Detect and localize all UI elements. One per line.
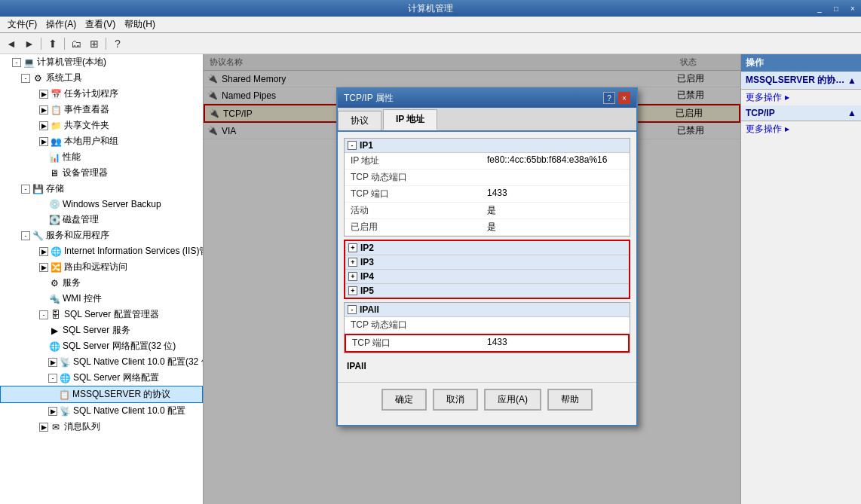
sidebar-item-services[interactable]: ⚙ 服务: [0, 275, 203, 291]
sidebar-item-event-viewer[interactable]: ▶ 📋 事件查看器: [0, 102, 203, 118]
task-scheduler-icon: 📅: [50, 88, 62, 100]
performance-icon: 📊: [48, 151, 60, 163]
ip1-dynamic-port-row: TCP 动态端口: [345, 170, 630, 186]
sidebar-item-root[interactable]: - 💻 计算机管理(本地): [0, 54, 203, 70]
ip3-expand-btn[interactable]: +: [348, 258, 357, 267]
sidebar-item-sql-config[interactable]: - 🗄 SQL Server 配置管理器: [0, 307, 203, 322]
ip-port-label: TCP 端口: [351, 188, 487, 200]
forward-button[interactable]: ►: [21, 35, 38, 52]
sidebar-item-shared-folders[interactable]: ▶ 📁 共享文件夹: [0, 118, 203, 133]
ip1-port-row: TCP 端口 1433: [345, 186, 630, 203]
sidebar-item-storage[interactable]: - 💾 存储: [0, 181, 203, 197]
back-button[interactable]: ◄: [3, 35, 20, 52]
sidebar-item-sql-native[interactable]: ▶ 📡 SQL Native Client 10.0 配置: [0, 403, 203, 419]
sidebar-item-windows-backup[interactable]: 💿 Windows Server Backup: [0, 197, 203, 212]
sidebar-item-sql-services[interactable]: ▶ SQL Server 服务: [0, 322, 203, 338]
sidebar-label-mssqlserver: MSSQLSERVER 的协议: [72, 388, 170, 401]
modal-content: - IP1 IP 地址 fe80::4cc:65bb:f684:e38a%16 …: [338, 132, 636, 382]
tab-ip-address[interactable]: IP 地址: [383, 109, 437, 130]
sidebar-item-iis[interactable]: ▶ 🌐 Internet Information Services (IIS)管: [0, 243, 203, 259]
sidebar-item-disk-mgmt[interactable]: 💽 磁盘管理: [0, 212, 203, 228]
users-toggle[interactable]: ▶: [39, 137, 48, 146]
ip-address-value: fe80::4cc:65bb:f684:e38a%16: [487, 154, 624, 167]
sidebar-item-mssqlserver[interactable]: 📋 MSSQLSERVER 的协议: [0, 386, 203, 403]
window-controls[interactable]: _ □ ×: [811, 0, 861, 17]
right-action-more-mssql[interactable]: 更多操作 ▶: [741, 90, 861, 105]
ip1-active-row: 活动 是: [345, 203, 630, 219]
menu-view[interactable]: 查看(V): [81, 17, 120, 32]
menu-help[interactable]: 帮助(H): [120, 17, 160, 32]
ipall-dynamic-port-row: TCP 动态端口: [345, 317, 630, 334]
shared-folders-icon: 📁: [50, 120, 62, 132]
sidebar-item-local-users[interactable]: ▶ 👥 本地用户和组: [0, 133, 203, 149]
sidebar-item-sql-native-32[interactable]: ▶ 📡 SQL Native Client 10.0 配置(32 位: [0, 354, 203, 370]
sql-toggle[interactable]: -: [39, 310, 48, 319]
help-button[interactable]: ?: [109, 35, 126, 52]
sidebar-item-wmi[interactable]: 🔩 WMI 控件: [0, 291, 203, 307]
task-scheduler-toggle[interactable]: ▶: [39, 90, 48, 99]
ip4-expand-btn[interactable]: +: [348, 272, 357, 281]
sql-native-toggle[interactable]: ▶: [48, 407, 57, 416]
right-action-more-tcpip[interactable]: 更多操作 ▶: [741, 121, 861, 137]
arrow-right-icon-2: ▶: [785, 126, 789, 133]
ip-enabled-label: 已启用: [351, 221, 487, 234]
help-button-footer[interactable]: 帮助: [547, 389, 593, 411]
services-toggle[interactable]: -: [21, 231, 30, 240]
ipall-label: IPAll: [360, 304, 379, 315]
up-arrow-icon-2: ▲: [847, 108, 856, 118]
ip1-section: - IP1 IP 地址 fe80::4cc:65bb:f684:e38a%16 …: [344, 138, 630, 237]
ip1-enabled-row: 已启用 是: [345, 219, 630, 236]
apply-button[interactable]: 应用(A): [484, 389, 541, 411]
sql-network-toggle[interactable]: -: [48, 374, 57, 383]
maximize-button[interactable]: □: [828, 0, 844, 17]
ipall-expand-btn[interactable]: -: [348, 305, 357, 314]
modal-close-button[interactable]: ×: [618, 92, 630, 104]
sidebar-item-system-tools[interactable]: - ⚙ 系统工具: [0, 70, 203, 86]
system-tools-icon: ⚙: [32, 72, 44, 84]
sidebar-item-device-manager[interactable]: 🖥 设备管理器: [0, 165, 203, 181]
menu-actions[interactable]: 操作(A): [41, 17, 81, 32]
windows-backup-icon: 💿: [48, 198, 60, 210]
close-button[interactable]: ×: [844, 0, 861, 17]
sidebar-item-sql-network[interactable]: - 🌐 SQL Server 网络配置: [0, 370, 203, 386]
sidebar-label-sql-native-32: SQL Native Client 10.0 配置(32 位: [73, 356, 204, 368]
modal-help-icon[interactable]: ?: [603, 92, 615, 104]
modal-title-buttons[interactable]: ? ×: [603, 92, 630, 104]
iis-toggle[interactable]: ▶: [39, 247, 48, 256]
sidebar-item-sql-network-32[interactable]: 🌐 SQL Server 网络配置(32 位): [0, 338, 203, 354]
tab-protocol[interactable]: 协议: [338, 111, 381, 130]
ip1-expand-btn[interactable]: -: [348, 141, 357, 150]
ip-dynamic-port-value: [487, 171, 624, 184]
show-hide-button[interactable]: 🗂: [68, 35, 84, 52]
sql-native-32-toggle[interactable]: ▶: [48, 358, 57, 367]
sidebar-item-msg-queue[interactable]: ▶ ✉ 消息队列: [0, 419, 203, 435]
ip2-ip5-group: + IP2 + IP3 + IP4 + IP5: [344, 240, 630, 299]
sidebar-item-services-apps[interactable]: - 🔧 服务和应用程序: [0, 228, 203, 243]
shared-toggle[interactable]: ▶: [39, 121, 48, 130]
routing-toggle[interactable]: ▶: [39, 263, 48, 272]
routing-icon: 🔀: [50, 261, 62, 273]
system-tools-toggle[interactable]: -: [21, 74, 30, 83]
up-button[interactable]: ⬆: [44, 35, 61, 52]
event-toggle[interactable]: ▶: [39, 105, 48, 115]
ok-button[interactable]: 确定: [381, 389, 427, 411]
sidebar-item-routing[interactable]: ▶ 🔀 路由和远程访问: [0, 259, 203, 275]
properties-button[interactable]: ⊞: [86, 35, 103, 52]
storage-toggle[interactable]: -: [21, 185, 30, 194]
more-actions-mssql-label: 更多操作: [746, 91, 782, 104]
sidebar-item-task-scheduler[interactable]: ▶ 📅 任务计划程序: [0, 86, 203, 102]
sidebar-label-storage: 存储: [46, 182, 64, 195]
msg-toggle[interactable]: ▶: [39, 423, 48, 432]
root-toggle[interactable]: -: [12, 58, 21, 67]
ip5-expand-btn[interactable]: +: [348, 286, 357, 295]
storage-icon: 💾: [32, 183, 44, 195]
minimize-button[interactable]: _: [811, 0, 828, 17]
wmi-icon: 🔩: [48, 293, 60, 305]
sidebar-label-system-tools: 系统工具: [46, 72, 82, 84]
sidebar-item-performance[interactable]: 📊 性能: [0, 149, 203, 165]
modal-title: TCP/IP 属性: [344, 92, 394, 105]
ip2-expand-btn[interactable]: +: [348, 243, 357, 252]
cancel-button[interactable]: 取消: [433, 389, 478, 411]
menu-file[interactable]: 文件(F): [3, 17, 41, 32]
ipall-tcp-port-label: TCP 端口: [352, 337, 487, 350]
